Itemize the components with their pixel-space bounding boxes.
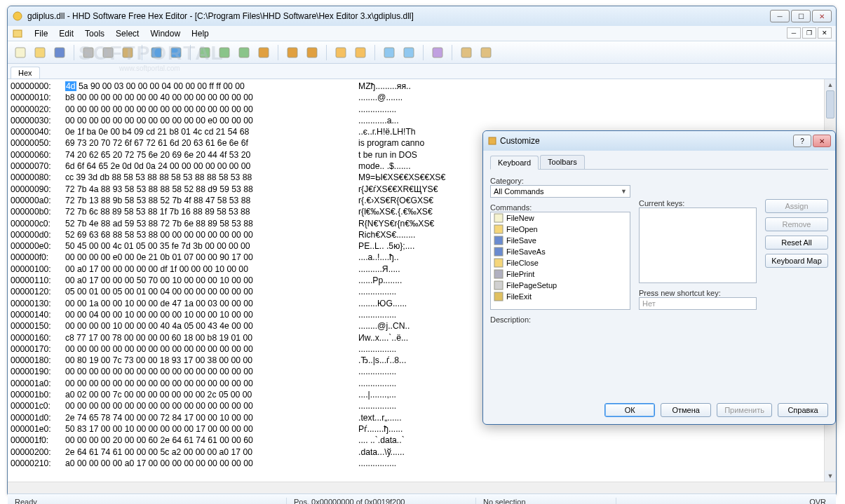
hex-bytes[interactable]: 2e 64 61 74 61 00 00 00 5c a2 00 00 00 a… [65,447,346,458]
mdi-minimize[interactable]: ─ [787,27,801,39]
options-button[interactable] [352,44,369,61]
menu-help[interactable]: Help [186,27,215,40]
copy-button[interactable] [100,44,116,61]
hex-row[interactable]: 00000030:00 00 00 00 00 00 00 00 00 00 0… [11,115,821,126]
maximize-button[interactable]: ☐ [791,10,811,22]
hex-bytes[interactable]: 00 00 04 00 00 10 00 00 00 00 10 00 00 1… [65,309,346,320]
hex-bytes[interactable]: 72 7b 13 88 9b 58 53 88 52 7b 4f 88 47 5… [65,195,346,206]
command-item[interactable]: FilePageSetup [491,280,630,291]
remove-button[interactable]: Remove [765,217,828,231]
ok-button[interactable]: ОК [604,403,655,417]
hex-ascii[interactable]: MZђ.........яя.. [358,81,411,92]
hex-bytes[interactable]: 74 20 62 65 20 72 75 6e 20 69 6e 20 44 4… [65,149,346,161]
cancel-button[interactable]: Отмена [661,403,711,417]
hex-bytes[interactable]: 69 73 20 70 72 6f 67 72 61 6d 20 63 61 6… [65,137,346,149]
sel-end-button[interactable] [400,44,417,61]
hex-row[interactable]: 000001f0:00 00 00 00 20 00 00 60 2e 64 6… [11,435,821,446]
hex-ascii[interactable]: ................ [358,104,396,115]
hex-bytes[interactable]: 00 a0 17 00 00 00 50 70 00 10 00 00 00 1… [65,275,346,286]
hex-row[interactable]: 00000020:00 00 00 00 00 00 00 00 00 00 0… [11,104,821,115]
hex-ascii[interactable]: R{N€­YS€r{n€‰XS€ [358,218,434,229]
help-button[interactable]: Справка [778,403,828,417]
hex-ascii[interactable]: ........@j..CN.. [358,320,410,332]
command-item[interactable]: FileOpen [491,224,630,235]
open-button[interactable] [32,44,48,61]
hex-ascii[interactable]: ........ЮG...... [358,298,407,309]
hex-ascii[interactable]: ................ [358,458,396,469]
resetall-button[interactable]: Reset All [765,236,828,250]
hex-bytes[interactable]: 00 00 1a 00 00 10 00 00 de 47 1a 00 03 0… [65,298,346,309]
keyboardmap-button[interactable]: Keyboard Map [765,254,828,268]
menu-select[interactable]: Select [110,27,144,40]
new-button[interactable] [12,44,29,61]
view1-button[interactable] [458,44,475,61]
menu-edit[interactable]: Edit [53,27,79,40]
undo-button[interactable] [148,44,165,61]
hex-ascii[interactable]: ........@....... [358,92,403,103]
hex-bytes[interactable]: 52 7b 4e 88 ad 59 53 88 72 7b 6e 88 89 5… [65,218,346,229]
bookmark-toggle-button[interactable] [284,44,301,61]
menu-file[interactable]: File [29,27,53,40]
hex-bytes[interactable]: 00 00 00 00 00 00 00 00 00 00 00 00 e0 0… [65,115,346,126]
menu-tools[interactable]: Tools [79,27,110,40]
hex-row[interactable]: 000001e0:50 83 17 00 00 10 00 00 00 00 0… [11,423,821,435]
hex-bytes[interactable]: 00 00 00 00 00 00 00 00 00 00 00 00 00 0… [65,400,346,411]
hex-ascii[interactable]: ....|.......,... [358,389,396,400]
find-button[interactable] [196,44,213,61]
currentkeys-listbox[interactable] [639,207,757,283]
hex-ascii[interactable]: ................ [358,366,396,377]
hex-ascii[interactable]: Pѓ.......ђ...... [358,423,403,435]
hex-bytes[interactable]: 00 00 00 00 00 00 00 00 00 00 00 00 00 0… [65,343,346,355]
selected-byte[interactable]: 4d [65,81,76,91]
hex-ascii[interactable]: ................ [358,309,396,320]
close-button[interactable]: ✕ [812,10,832,22]
hex-row[interactable]: 00000210:a0 00 00 00 00 a0 17 00 00 00 0… [11,458,821,469]
titlebar[interactable]: gdiplus.dll - HHD Software Free Hex Edit… [8,6,836,26]
hex-bytes[interactable]: 52 69 63 68 88 58 53 88 00 00 00 00 00 0… [65,229,346,240]
command-item[interactable]: FilePrint [491,268,630,280]
bookmark-next-button[interactable] [304,44,320,61]
hex-bytes[interactable]: 00 00 00 00 20 00 00 60 2e 64 61 74 61 0… [65,435,346,446]
hex-row[interactable]: 00000010:b8 00 00 00 00 00 00 00 40 00 0… [11,92,821,103]
tab-hex[interactable]: Hex [11,67,40,79]
hex-ascii[interactable]: r{l€‰XS€.{.€‰XS€ [358,206,433,217]
hex-ascii[interactable]: ............a... [358,115,399,126]
commands-listbox[interactable]: FileNewFileOpenFileSaveFileSaveAsFileClo… [490,212,630,310]
hex-bytes[interactable]: 00 00 00 00 00 00 00 00 00 00 00 00 00 0… [65,366,346,377]
dialog-close-button[interactable]: ✕ [813,135,831,147]
hex-bytes[interactable]: 00 a0 17 00 00 00 00 00 df 1f 00 00 00 1… [65,264,346,275]
shortcut-input[interactable]: Нет [639,297,757,310]
hex-ascii[interactable]: ................ [358,378,396,389]
hex-ascii[interactable]: .... ..`.data..` [358,435,405,446]
hex-ascii[interactable]: Rich€XS€........ [358,229,415,240]
redo-button[interactable] [168,44,184,61]
hex-ascii[interactable]: PE..L.. .5ю};.... [358,240,414,252]
hex-bytes[interactable]: 05 00 01 00 05 00 01 00 04 00 00 00 00 0… [65,286,346,297]
scroll-up-icon[interactable]: ▲ [825,79,836,90]
hex-bytes[interactable]: 50 45 00 00 4c 01 05 00 35 fe 7d 3b 00 0… [65,240,346,252]
hex-row[interactable]: 00000200:2e 64 61 74 61 00 00 00 5c a2 0… [11,447,821,458]
tab-keyboard[interactable]: Keyboard [490,156,539,170]
hex-ascii[interactable]: Иw..х....`..ё... [358,332,408,343]
hex-bytes[interactable]: b8 00 00 00 00 00 00 00 40 00 00 00 00 0… [65,92,346,103]
hex-bytes[interactable]: 00 00 00 00 00 00 00 00 00 00 00 00 00 0… [65,378,346,389]
hex-ascii[interactable]: r{J€ѓXS€€XR€ЩYS€ [358,184,438,195]
hex-ascii[interactable]: is program canno [358,137,424,149]
hex-bytes[interactable]: a0 00 00 00 00 a0 17 00 00 00 00 00 00 0… [65,458,346,469]
checksum-button[interactable] [332,44,349,61]
hex-bytes[interactable]: 72 7b 6c 88 89 58 53 88 1f 7b 16 88 89 5… [65,206,346,217]
hex-ascii[interactable]: ................ [358,286,396,297]
replace-button[interactable] [236,44,252,61]
goto-button[interactable] [255,44,272,61]
hex-ascii[interactable]: ......Pp........ [358,275,402,286]
assign-button[interactable]: Assign [765,199,828,213]
hex-ascii[interactable]: ..........Я..... [358,264,400,275]
apply-button[interactable]: Применить [717,403,772,417]
mdi-close[interactable]: ✕ [818,27,832,39]
view2-button[interactable] [478,44,494,61]
hex-bytes[interactable]: 0e 1f ba 0e 00 b4 09 cd 21 b8 01 4c cd 2… [65,126,346,137]
scroll-thumb[interactable] [826,90,834,118]
hex-bytes[interactable]: 50 83 17 00 00 10 00 00 00 00 00 17 00 0… [65,423,346,435]
save-button[interactable] [51,44,68,61]
hex-bytes[interactable]: a0 02 00 00 7c 00 00 00 00 00 00 00 2c 0… [65,389,346,400]
